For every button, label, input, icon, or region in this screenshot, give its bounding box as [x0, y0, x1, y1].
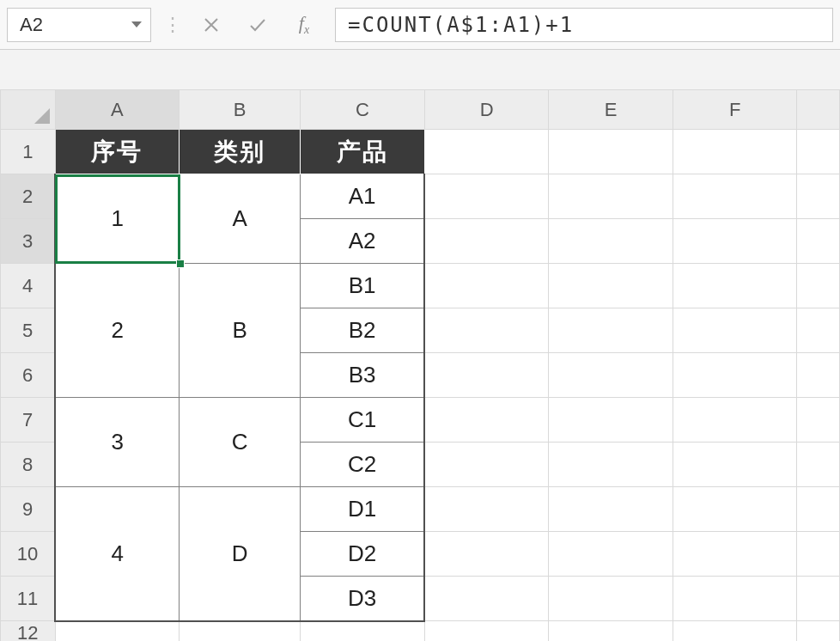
col-header-A[interactable]: A: [55, 90, 180, 130]
cell-E1[interactable]: [549, 130, 673, 174]
cell-G11[interactable]: [797, 577, 840, 621]
cell-C10[interactable]: D2: [301, 532, 425, 577]
cell-D3[interactable]: [424, 219, 549, 264]
cell-A12[interactable]: [55, 621, 180, 642]
fx-icon[interactable]: fx: [290, 11, 318, 39]
row-header-6[interactable]: 6: [1, 353, 56, 398]
cell-G9[interactable]: [797, 487, 840, 532]
col-header-C[interactable]: C: [301, 90, 425, 130]
cell-F1[interactable]: [673, 130, 797, 174]
cell-D4[interactable]: [424, 264, 549, 308]
cell-F2[interactable]: [673, 174, 797, 219]
col-header-D[interactable]: D: [424, 90, 549, 130]
cell-A4[interactable]: 2: [55, 264, 180, 398]
cell-D7[interactable]: [424, 398, 549, 443]
cell-C12[interactable]: [301, 621, 425, 642]
cell-E12[interactable]: [549, 621, 673, 642]
cell-C9[interactable]: D1: [301, 487, 425, 532]
col-header-B[interactable]: B: [180, 90, 301, 130]
cell-G3[interactable]: [797, 219, 840, 264]
cell-B12[interactable]: [180, 621, 301, 642]
cell-D1[interactable]: [424, 130, 549, 174]
cell-E9[interactable]: [549, 487, 673, 532]
cell-F3[interactable]: [673, 219, 797, 264]
row-header-9[interactable]: 9: [1, 487, 56, 532]
cancel-icon[interactable]: [198, 11, 225, 39]
cell-A7[interactable]: 3: [55, 398, 180, 487]
cell-D9[interactable]: [424, 487, 549, 532]
cell-G4[interactable]: [797, 264, 840, 308]
cell-E3[interactable]: [549, 219, 673, 264]
cell-D11[interactable]: [424, 577, 549, 621]
cell-G10[interactable]: [797, 532, 840, 577]
row-header-11[interactable]: 11: [1, 577, 56, 621]
cell-C11[interactable]: D3: [301, 577, 425, 621]
cell-G12[interactable]: [797, 621, 840, 642]
cell-C3[interactable]: A2: [301, 219, 425, 264]
cell-F10[interactable]: [673, 532, 797, 577]
row-header-10[interactable]: 10: [1, 532, 56, 577]
cell-B9[interactable]: D: [180, 487, 301, 621]
cell-C8[interactable]: C2: [301, 443, 425, 487]
row-header-7[interactable]: 7: [1, 398, 56, 443]
row-header-3[interactable]: 3: [1, 219, 56, 264]
cell-G8[interactable]: [797, 443, 840, 487]
row-header-12[interactable]: 12: [1, 621, 56, 642]
cell-G7[interactable]: [797, 398, 840, 443]
cell-E10[interactable]: [549, 532, 673, 577]
select-all-corner[interactable]: [1, 90, 56, 130]
cell-E8[interactable]: [549, 443, 673, 487]
row-header-2[interactable]: 2: [1, 174, 56, 219]
col-header-extra[interactable]: [797, 90, 840, 130]
formula-input[interactable]: =COUNT(A$1:A1)+1: [335, 8, 833, 42]
grid[interactable]: A B C D E F 1 序号 类别 产品 2 1 A A1 3 A2: [0, 89, 840, 641]
cell-D10[interactable]: [424, 532, 549, 577]
cell-C7[interactable]: C1: [301, 398, 425, 443]
cell-F7[interactable]: [673, 398, 797, 443]
cell-B4[interactable]: B: [180, 264, 301, 398]
col-header-E[interactable]: E: [549, 90, 673, 130]
cell-F9[interactable]: [673, 487, 797, 532]
cell-F5[interactable]: [673, 308, 797, 353]
cell-A2[interactable]: 1: [55, 174, 180, 264]
worksheet[interactable]: A B C D E F 1 序号 类别 产品 2 1 A A1 3 A2: [0, 89, 840, 641]
cell-D6[interactable]: [424, 353, 549, 398]
cell-G5[interactable]: [797, 308, 840, 353]
cell-E6[interactable]: [549, 353, 673, 398]
cell-B1[interactable]: 类别: [180, 130, 301, 174]
row-header-5[interactable]: 5: [1, 308, 56, 353]
cell-F8[interactable]: [673, 443, 797, 487]
cell-E2[interactable]: [549, 174, 673, 219]
cell-E4[interactable]: [549, 264, 673, 308]
cell-F12[interactable]: [673, 621, 797, 642]
row-header-4[interactable]: 4: [1, 264, 56, 308]
confirm-icon[interactable]: [244, 11, 271, 39]
cell-G6[interactable]: [797, 353, 840, 398]
cell-C2[interactable]: A1: [301, 174, 425, 219]
col-header-F[interactable]: F: [673, 90, 797, 130]
cell-E5[interactable]: [549, 308, 673, 353]
cell-E11[interactable]: [549, 577, 673, 621]
cell-C1[interactable]: 产品: [301, 130, 425, 174]
cell-F6[interactable]: [673, 353, 797, 398]
cell-A9[interactable]: 4: [55, 487, 180, 621]
row-header-1[interactable]: 1: [1, 130, 56, 174]
cell-C6[interactable]: B3: [301, 353, 425, 398]
cell-B7[interactable]: C: [180, 398, 301, 487]
cell-F11[interactable]: [673, 577, 797, 621]
cell-G2[interactable]: [797, 174, 840, 219]
cell-G1[interactable]: [797, 130, 840, 174]
cell-D8[interactable]: [424, 443, 549, 487]
cell-D12[interactable]: [424, 621, 549, 642]
cell-C5[interactable]: B2: [301, 308, 425, 353]
row-header-8[interactable]: 8: [1, 443, 56, 487]
cell-F4[interactable]: [673, 264, 797, 308]
cell-C4[interactable]: B1: [301, 264, 425, 308]
cell-B2[interactable]: A: [180, 174, 301, 264]
cell-D5[interactable]: [424, 308, 549, 353]
cell-D2[interactable]: [424, 174, 549, 219]
dropdown-icon[interactable]: [131, 21, 142, 27]
name-box[interactable]: A2: [7, 8, 151, 42]
fill-handle[interactable]: [176, 259, 185, 268]
cell-A1[interactable]: 序号: [55, 130, 180, 174]
